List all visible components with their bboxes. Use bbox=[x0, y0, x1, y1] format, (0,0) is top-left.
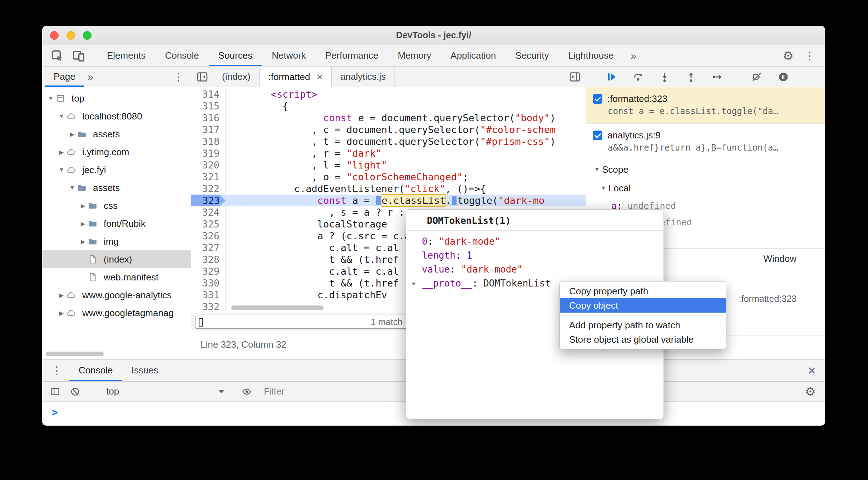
chevron-down-icon[interactable]: ▼ bbox=[56, 167, 66, 173]
close-drawer-icon[interactable]: × bbox=[808, 364, 816, 377]
chevron-right-icon[interactable]: ▶ bbox=[78, 238, 88, 245]
search-input[interactable]: 1 match bbox=[196, 316, 407, 329]
object-property-row[interactable]: value: "dark-mode" bbox=[406, 262, 664, 276]
breakpoint-entry[interactable]: :formatted:323const a = e.classList.togg… bbox=[586, 87, 825, 124]
console-settings-gear-icon[interactable]: ⚙ bbox=[805, 386, 816, 398]
deactivate-breakpoints-button[interactable] bbox=[751, 72, 762, 82]
execution-line-number[interactable]: 323 bbox=[191, 195, 226, 206]
more-navigator-tabs-chevron-icon[interactable]: » bbox=[84, 71, 97, 83]
object-popover-title[interactable]: DOMTokenList(1) bbox=[406, 210, 664, 230]
toolbar-tab-elements[interactable]: Elements bbox=[97, 45, 155, 66]
inspect-element-icon[interactable] bbox=[51, 49, 64, 62]
toolbar-tab-console[interactable]: Console bbox=[155, 45, 208, 66]
object-property-row[interactable]: length: 1 bbox=[406, 248, 664, 262]
scope-local-header[interactable]: ▼ Local bbox=[586, 179, 825, 197]
main-menu-kebab-icon[interactable]: ⋮ bbox=[804, 50, 815, 61]
tree-item-assets[interactable]: ▶assets bbox=[42, 125, 191, 143]
chevron-right-icon[interactable]: ▶ bbox=[67, 131, 77, 138]
tree-item-web-manifest[interactable]: web.manifest bbox=[42, 268, 191, 286]
scope-section-header[interactable]: ▼ Scope bbox=[586, 160, 825, 179]
chevron-right-icon[interactable]: ▶ bbox=[413, 280, 422, 286]
expand-debugger-sidebar-icon[interactable] bbox=[569, 71, 581, 83]
line-number[interactable]: 319 bbox=[191, 147, 226, 159]
chevron-down-icon[interactable]: ▼ bbox=[67, 185, 77, 191]
line-number[interactable]: 326 bbox=[191, 230, 226, 242]
line-number[interactable]: 316 bbox=[191, 112, 226, 124]
chevron-right-icon[interactable]: ▶ bbox=[56, 292, 66, 299]
line-number[interactable]: 324 bbox=[191, 206, 226, 218]
console-filter-input[interactable] bbox=[264, 386, 393, 397]
minimize-window-button[interactable] bbox=[66, 31, 75, 40]
tree-item--index-[interactable]: (index) bbox=[42, 250, 191, 268]
drawer-menu-kebab-icon[interactable]: ⋮ bbox=[51, 365, 62, 376]
chevron-down-icon[interactable]: ▼ bbox=[56, 113, 66, 119]
chevron-right-icon[interactable]: ▶ bbox=[78, 202, 88, 209]
line-number[interactable]: 328 bbox=[191, 254, 226, 265]
line-number[interactable]: 330 bbox=[191, 277, 226, 289]
editor-tab--formatted[interactable]: :formatted× bbox=[259, 67, 332, 87]
tree-item-i-ytimg-com[interactable]: ▶i.ytimg.com bbox=[42, 143, 191, 161]
resume-script-button[interactable] bbox=[606, 72, 617, 82]
pause-on-exceptions-button[interactable] bbox=[778, 72, 789, 82]
step-into-button[interactable] bbox=[659, 72, 670, 82]
zoom-window-button[interactable] bbox=[83, 31, 92, 40]
line-number[interactable]: 325 bbox=[191, 218, 226, 230]
tree-item-font-rubik[interactable]: ▶font/Rubik bbox=[42, 215, 191, 232]
line-number[interactable]: 320 bbox=[191, 159, 226, 171]
editor-tab-analytics-js[interactable]: analytics.js bbox=[332, 67, 395, 87]
menu-item-copy-property-path[interactable]: Copy property path bbox=[560, 284, 726, 298]
toolbar-tab-performance[interactable]: Performance bbox=[316, 45, 388, 66]
line-number[interactable]: 317 bbox=[191, 124, 226, 136]
console-sidebar-icon[interactable] bbox=[50, 387, 60, 397]
close-tab-icon[interactable]: × bbox=[317, 72, 323, 82]
object-property-row[interactable]: 0: "dark-mode" bbox=[406, 234, 664, 248]
step-over-button[interactable] bbox=[633, 72, 643, 82]
line-number[interactable]: 315 bbox=[191, 100, 226, 112]
line-number[interactable]: 327 bbox=[191, 242, 226, 254]
settings-gear-icon[interactable]: ⚙ bbox=[783, 50, 794, 62]
tree-item-localhost-8080[interactable]: ▼localhost:8080 bbox=[42, 107, 191, 125]
toolbar-tab-memory[interactable]: Memory bbox=[388, 45, 441, 66]
toolbar-tab-application[interactable]: Application bbox=[441, 45, 505, 66]
tab-page[interactable]: Page bbox=[45, 67, 84, 87]
line-number[interactable]: 331 bbox=[191, 289, 226, 301]
eye-icon[interactable] bbox=[242, 387, 252, 397]
tree-item-www-googletagmanag[interactable]: ▶www.googletagmanag bbox=[42, 304, 191, 322]
line-number[interactable]: 322 bbox=[191, 183, 226, 195]
clear-console-icon[interactable] bbox=[70, 387, 80, 397]
step-out-button[interactable] bbox=[686, 72, 696, 82]
breakpoint-checkbox[interactable] bbox=[593, 131, 602, 140]
chevron-right-icon[interactable]: ▶ bbox=[56, 149, 66, 156]
line-number[interactable]: 332 bbox=[191, 301, 226, 313]
line-number[interactable]: 314 bbox=[191, 88, 226, 100]
tree-item-www-google-analytics[interactable]: ▶www.google-analytics bbox=[42, 286, 191, 304]
tree-item-img[interactable]: ▶img bbox=[42, 232, 191, 250]
breakpoint-checkbox[interactable] bbox=[593, 94, 602, 104]
execution-context-select[interactable]: top bbox=[106, 386, 224, 397]
line-number[interactable]: 321 bbox=[191, 171, 226, 183]
tree-item-css[interactable]: ▶css bbox=[42, 197, 191, 215]
close-window-button[interactable] bbox=[50, 31, 59, 40]
line-number[interactable]: 318 bbox=[191, 136, 226, 147]
editor-horizontal-scrollbar[interactable] bbox=[231, 305, 324, 310]
chevron-right-icon[interactable]: ▶ bbox=[78, 220, 88, 227]
step-button[interactable] bbox=[712, 72, 723, 82]
tree-item-jec-fyi[interactable]: ▼jec.fyi bbox=[42, 161, 191, 179]
toolbar-tab-security[interactable]: Security bbox=[506, 45, 559, 66]
sidebar-horizontal-scrollbar[interactable] bbox=[46, 352, 104, 356]
menu-item-store-object-as-global-variable[interactable]: Store object as global variable bbox=[560, 332, 726, 347]
menu-item-add-property-path-to-watch[interactable]: Add property path to watch bbox=[560, 318, 726, 332]
toolbar-tab-lighthouse[interactable]: Lighthouse bbox=[558, 45, 623, 66]
collapse-navigator-icon[interactable] bbox=[196, 71, 208, 83]
editor-tab--index-[interactable]: (index) bbox=[213, 67, 259, 87]
tree-item-top[interactable]: ▼top bbox=[42, 89, 191, 107]
chevron-right-icon[interactable]: ▶ bbox=[56, 310, 66, 317]
drawer-tab-issues[interactable]: Issues bbox=[122, 359, 167, 381]
menu-item-copy-object[interactable]: Copy object bbox=[560, 298, 726, 313]
line-number[interactable]: 329 bbox=[191, 265, 226, 277]
navigator-menu-kebab-icon[interactable]: ⋮ bbox=[173, 72, 184, 82]
device-toolbar-icon[interactable] bbox=[72, 49, 85, 62]
more-panels-chevron-icon[interactable]: » bbox=[623, 45, 644, 66]
tree-item-assets[interactable]: ▼assets bbox=[42, 179, 191, 197]
breakpoint-entry[interactable]: analytics.js:9a&&a.href}return a},B=func… bbox=[586, 124, 825, 160]
